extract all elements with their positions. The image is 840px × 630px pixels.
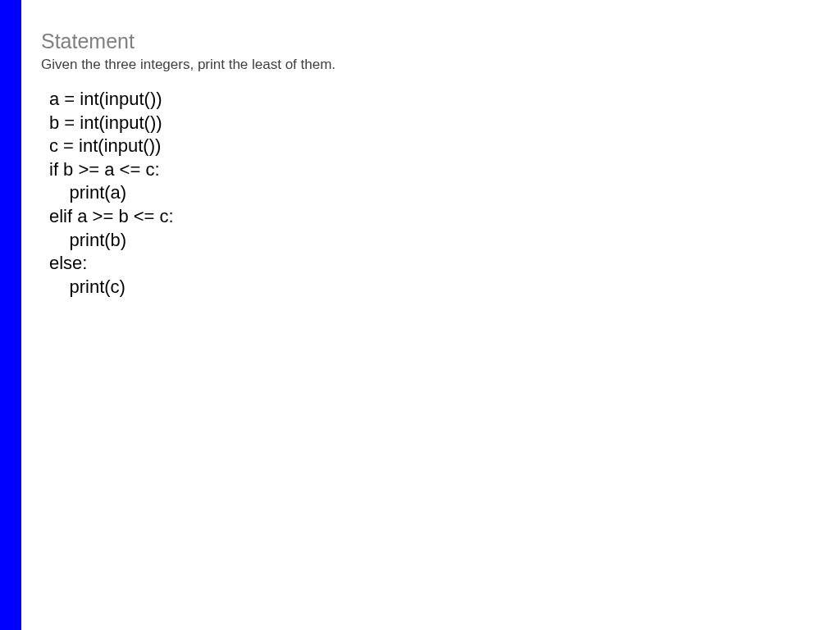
side-accent-bar	[0, 0, 21, 630]
statement-description: Given the three integers, print the leas…	[41, 57, 824, 73]
main-content: Statement Given the three integers, prin…	[41, 30, 824, 299]
code-block: a = int(input()) b = int(input()) c = in…	[49, 88, 824, 299]
statement-heading: Statement	[41, 30, 824, 53]
